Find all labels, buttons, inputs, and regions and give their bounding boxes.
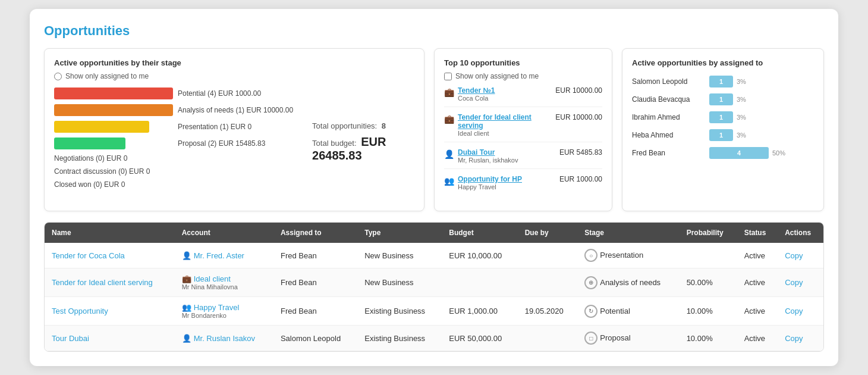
account-cell: 👤Mr. Ruslan Isakov: [175, 326, 273, 351]
table-header-cell: Account: [175, 223, 273, 243]
stage-icon: □: [584, 332, 597, 345]
due-by-cell: [518, 243, 578, 268]
stage-row: Closed won (0) EUR 0: [54, 180, 293, 189]
stage-label: Presentation (1) EUR 0: [178, 123, 251, 131]
stage-icon: ↻: [584, 305, 597, 318]
account-cell: 👥Happy TravelMr Bondarenko: [175, 297, 273, 326]
stage-row: Presentation (1) EUR 0: [54, 121, 293, 133]
top10-item-sub: Ideal client: [458, 130, 555, 137]
assigned-person-name: Fred Bean: [632, 149, 703, 157]
bar-wrap: [54, 121, 173, 133]
top10-item-amount: EUR 1000.00: [559, 175, 602, 183]
top10-item-amount: EUR 5485.83: [559, 148, 602, 157]
stage-label-text: Presentation: [600, 251, 643, 260]
assigned-pct: 50%: [772, 149, 785, 157]
copy-button[interactable]: Copy: [785, 251, 803, 260]
opportunity-name-cell: Tender for Coca Cola: [45, 243, 175, 268]
actions-cell: Copy: [778, 243, 823, 268]
top10-item-name[interactable]: Tender for Ideal client serving: [458, 113, 555, 130]
assigned-row: Salomon Leopold 1 3%: [632, 76, 814, 88]
account-cell: 👤Mr. Fred. Aster: [175, 243, 273, 268]
stage-rows-cols: Potential (4) EUR 1000.00Analysis of nee…: [54, 88, 414, 193]
account-sub: Mr Bondarenko: [182, 312, 266, 319]
assigned-to-cell: Salomon Leopold: [273, 326, 357, 351]
list-item: 👥 Opportunity for HP Happy Travel EUR 10…: [444, 175, 602, 195]
actions-cell: Copy: [778, 326, 823, 351]
assigned-bar-wrap: 1 3%: [709, 111, 814, 123]
stage-bar: [54, 88, 173, 99]
probability-cell: 50.00%: [680, 268, 737, 297]
stage-card: Active opportunities by their stage Show…: [44, 48, 424, 211]
stage-bar: [54, 138, 125, 149]
due-by-cell: [518, 268, 578, 297]
account-name-link[interactable]: Mr. Fred. Aster: [194, 251, 244, 260]
stage-row: Analysis of needs (1) EUR 10000.00: [54, 104, 293, 116]
assigned-person-name: Claudia Bevacqua: [632, 95, 703, 104]
table-header-cell: Stage: [577, 223, 679, 243]
account-icon: 👤: [182, 334, 191, 343]
assigned-pct: 3%: [737, 132, 746, 139]
assigned-title: Active opportunities by assigned to: [632, 58, 814, 67]
total-budget: Total budget: EUR 26485.83: [312, 135, 414, 162]
account-name-link[interactable]: Mr. Ruslan Isakov: [194, 334, 255, 343]
table-header-cell: Type: [357, 223, 442, 243]
budget-cell: EUR 10,000.00: [442, 243, 517, 268]
stage-row: Negotiations (0) EUR 0: [54, 154, 293, 162]
opportunity-name-link[interactable]: Tender for Ideal client serving: [52, 278, 153, 287]
top10-show-label: Show only assigned to me: [455, 72, 539, 80]
top10-item-icon: 💼: [444, 88, 454, 97]
assigned-bar: 1: [709, 111, 733, 123]
stage-label: Potential (4) EUR 1000.00: [178, 89, 261, 98]
assigned-bar-wrap: 1 3%: [709, 129, 814, 141]
show-assigned-radio[interactable]: [54, 73, 62, 80]
list-item: 👤 Dubai Tour Mr, Ruslan, iskhakov EUR 54…: [444, 148, 602, 169]
account-name-link[interactable]: Ideal client: [194, 274, 231, 283]
copy-button[interactable]: Copy: [785, 278, 803, 287]
stage-label-text: Analysis of needs: [600, 277, 661, 286]
page-title: Opportunities: [44, 23, 824, 39]
account-name-link[interactable]: Happy Travel: [194, 303, 240, 312]
copy-button[interactable]: Copy: [785, 307, 803, 315]
table-row: Test Opportunity👥Happy TravelMr Bondaren…: [45, 297, 823, 326]
top10-card: Top 10 opportunities Show only assigned …: [434, 48, 612, 211]
status-cell: Active: [737, 243, 778, 268]
table-header: NameAccountAssigned toTypeBudgetDue bySt…: [45, 223, 823, 243]
opportunity-name-link[interactable]: Tender for Coca Cola: [52, 251, 125, 260]
probability-cell: 10.00%: [680, 297, 737, 326]
account-icon: 👥: [182, 303, 191, 312]
assigned-person-name: Heba Ahmed: [632, 131, 703, 139]
main-container: Opportunities Active opportunities by th…: [30, 9, 838, 366]
opportunity-name-link[interactable]: Tour Dubai: [52, 334, 89, 343]
top10-items-container: 💼 Tender №1 Coca Cola EUR 10000.00 💼 Ten…: [444, 86, 602, 195]
top-section: Active opportunities by their stage Show…: [44, 48, 824, 211]
stage-label-text: Potential: [600, 306, 630, 315]
top10-item-icon: 👥: [444, 176, 454, 186]
top10-item-name[interactable]: Opportunity for HP: [458, 175, 522, 183]
stage-cell: ↻Potential: [577, 297, 679, 326]
assigned-row: Ibrahim Ahmed 1 3%: [632, 111, 814, 123]
type-cell: Existing Business: [357, 297, 442, 326]
top10-item-name[interactable]: Dubai Tour: [458, 148, 518, 157]
top10-assigned-checkbox[interactable]: [444, 73, 452, 80]
assigned-pct: 3%: [737, 78, 746, 85]
copy-button[interactable]: Copy: [785, 334, 803, 343]
stage-bars: Potential (4) EUR 1000.00Analysis of nee…: [54, 88, 293, 193]
assigned-bar: 4: [709, 147, 769, 159]
top10-item-amount: EUR 10000.00: [555, 113, 602, 121]
account-cell: 💼Ideal clientMr Nina Mihailovna: [175, 268, 273, 297]
probability-cell: [680, 243, 737, 268]
opportunities-table: NameAccountAssigned toTypeBudgetDue bySt…: [45, 223, 823, 351]
top10-title: Top 10 opportunities: [444, 58, 602, 67]
opportunity-name-link[interactable]: Test Opportunity: [52, 307, 108, 315]
total-opportunities: Total opportunities: 8: [312, 121, 414, 130]
top10-item-left: 💼 Tender for Ideal client serving Ideal …: [444, 113, 555, 137]
stage-label: Proposal (2) EUR 15485.83: [178, 139, 265, 148]
top10-item-name[interactable]: Tender №1: [458, 86, 495, 95]
stage-row: Contract discussion (0) EUR 0: [54, 167, 293, 176]
opportunity-name-cell: Tour Dubai: [45, 326, 175, 351]
top10-item-sub: Happy Travel: [458, 183, 522, 190]
top10-item-amount: EUR 10000.00: [555, 86, 602, 95]
assigned-pct: 3%: [737, 96, 746, 103]
bar-wrap: [54, 138, 173, 149]
top10-item-info: Opportunity for HP Happy Travel: [458, 175, 522, 190]
